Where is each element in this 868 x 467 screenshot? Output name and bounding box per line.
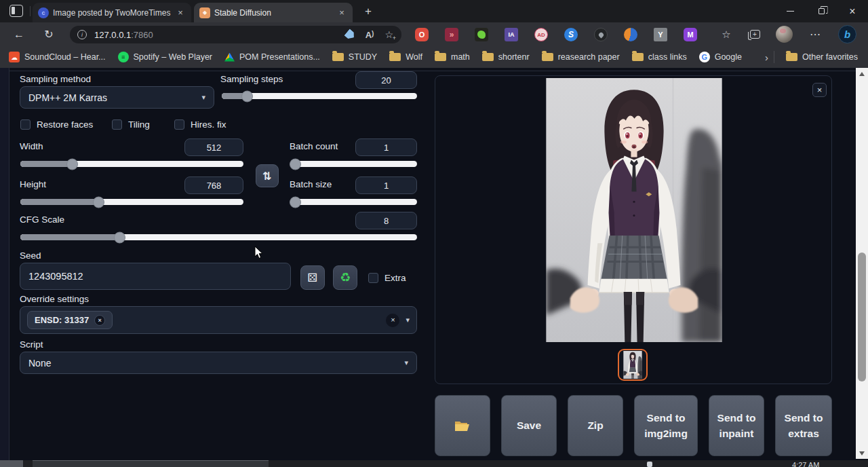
height-slider[interactable] <box>20 199 243 205</box>
script-dropdown[interactable]: None▾ <box>20 352 417 374</box>
slider-knob[interactable] <box>241 90 253 102</box>
slider-knob[interactable] <box>66 158 78 170</box>
batch-count-slider[interactable] <box>291 161 417 167</box>
ext-ia-icon[interactable]: IA <box>505 28 518 41</box>
bookmark-spotify[interactable]: ≡Spotify – Web Player <box>112 52 219 62</box>
save-button[interactable]: Save <box>501 395 557 456</box>
url-text[interactable]: 127.0.0.1:7860 <box>94 30 153 40</box>
collections-icon[interactable]: + <box>746 22 764 46</box>
ext-forward-icon[interactable]: » <box>445 28 458 41</box>
site-info-icon[interactable]: i <box>77 30 87 39</box>
tab-close-icon[interactable]: × <box>336 7 347 18</box>
tab-title: Image posted by TwoMoreTimes <box>53 8 171 18</box>
bookmark-folder-shortenr[interactable]: shortenr <box>476 52 536 62</box>
ext-shazam-icon[interactable]: S <box>564 28 578 41</box>
tab-stable-diffusion[interactable]: ◆ Stable Diffusion × <box>194 3 353 22</box>
tab-image-posted[interactable]: c Image posted by TwoMoreTimes × <box>33 3 191 22</box>
sampling-steps-input[interactable]: 20 <box>355 71 417 89</box>
bookmark-folder-study[interactable]: STUDY <box>326 52 383 62</box>
restore-faces-checkbox[interactable]: Restore faces <box>20 119 93 130</box>
random-seed-button[interactable]: ⚄ <box>300 265 325 290</box>
send-to-img2img-button[interactable]: Send to img2img <box>634 395 698 456</box>
ext-pin-icon[interactable] <box>594 28 608 41</box>
height-input[interactable]: 768 <box>184 176 243 194</box>
taskbar-search-sliver[interactable] <box>33 460 269 467</box>
address-bar[interactable]: i 127.0.0.1:7860 A) ☆+ <box>70 26 401 43</box>
tray-icon[interactable] <box>647 462 652 467</box>
cfg-scale-input[interactable]: 8 <box>355 212 417 229</box>
tab-close-icon[interactable]: × <box>175 7 186 18</box>
generated-image[interactable] <box>546 78 722 342</box>
sampling-steps-slider[interactable] <box>222 93 417 99</box>
chevron-down-icon[interactable]: ▾ <box>406 316 410 324</box>
zip-button[interactable]: Zip <box>568 395 623 456</box>
windows-taskbar-sliver[interactable]: 4:27 AM <box>0 460 868 467</box>
ext-y-icon[interactable]: Y <box>654 28 667 41</box>
start-button-sliver[interactable] <box>0 460 23 467</box>
chip-close-icon[interactable]: × <box>94 315 105 326</box>
folder-icon <box>332 53 344 61</box>
clear-all-icon[interactable]: × <box>386 314 399 327</box>
slider-knob[interactable] <box>290 196 301 208</box>
chevron-down-icon: ▾ <box>201 93 205 102</box>
send-to-extras-button[interactable]: Send to extras <box>775 395 832 456</box>
ext-globe-icon[interactable] <box>624 28 637 41</box>
scroll-down-arrow[interactable] <box>856 447 868 459</box>
cfg-scale-slider[interactable] <box>20 234 417 240</box>
tab-actions-menu-icon[interactable] <box>9 5 23 17</box>
slider-knob[interactable] <box>93 196 104 208</box>
back-icon[interactable]: ← <box>9 22 28 46</box>
spotify-icon: ≡ <box>118 52 129 62</box>
bookmark-google[interactable]: GGoogle <box>693 52 748 62</box>
tiling-checkbox[interactable]: Tiling <box>112 119 150 130</box>
swap-dimensions-button[interactable]: ⇅ <box>256 164 279 187</box>
profile-avatar[interactable] <box>776 26 793 43</box>
override-chip[interactable]: ENSD: 31337× <box>27 311 113 329</box>
width-input[interactable]: 512 <box>184 138 243 156</box>
sampling-method-dropdown[interactable]: DPM++ 2M Karras▾ <box>20 86 214 109</box>
slider-knob[interactable] <box>114 231 125 243</box>
ext-m-icon[interactable]: M <box>684 28 697 41</box>
bookmark-folder-research[interactable]: reasearch paper <box>536 52 626 62</box>
ext-ad-icon[interactable]: AD <box>534 28 548 41</box>
favorites-star-icon[interactable]: ☆ <box>717 22 735 46</box>
override-settings-box[interactable]: ENSD: 31337× × ▾ <box>20 306 417 334</box>
width-slider[interactable] <box>20 161 243 167</box>
batch-count-input[interactable]: 1 <box>355 138 417 156</box>
bookmark-folder-math[interactable]: math <box>429 52 476 62</box>
slider-knob[interactable] <box>290 158 301 170</box>
vertical-scrollbar[interactable] <box>856 68 868 459</box>
minimize-button[interactable] <box>774 0 806 22</box>
batch-size-input[interactable]: 1 <box>355 176 417 194</box>
bing-chat-icon[interactable]: b <box>838 25 856 43</box>
cfg-scale-label: CFG Scale <box>20 214 64 225</box>
other-favorites[interactable]: Other favorites <box>780 52 864 62</box>
send-to-inpaint-button[interactable]: Send to inpaint <box>709 395 764 456</box>
close-preview-button[interactable]: × <box>812 83 827 97</box>
bookmarks-overflow-icon[interactable]: › <box>765 52 768 63</box>
ext-o-icon[interactable]: O <box>415 28 429 41</box>
refresh-icon[interactable]: ↻ <box>39 22 58 46</box>
gallery-thumbnail-selected[interactable] <box>618 349 648 381</box>
bookmark-pom[interactable]: POM Presentations... <box>218 52 326 62</box>
new-tab-button[interactable]: + <box>359 4 377 19</box>
seed-input[interactable]: 1243095812 <box>20 263 291 290</box>
scrollbar-thumb[interactable] <box>858 253 866 381</box>
ext-monster-icon[interactable] <box>475 28 488 41</box>
restore-button[interactable] <box>806 0 837 22</box>
more-menu-icon[interactable]: ⋯ <box>806 22 825 46</box>
bookmark-folder-wolf[interactable]: Wolf <box>383 52 429 62</box>
open-folder-button[interactable] <box>435 395 490 456</box>
stable-diffusion-page: Sampling method DPM++ 2M Karras▾ Samplin… <box>0 68 868 467</box>
reuse-seed-button[interactable]: ♻ <box>333 265 357 290</box>
hires-fix-checkbox[interactable]: Hires. fix <box>174 119 226 130</box>
close-window-button[interactable]: × <box>837 0 868 22</box>
batch-size-slider[interactable] <box>291 199 417 205</box>
add-favorite-icon[interactable]: ☆+ <box>384 29 393 40</box>
shopping-tag-icon[interactable] <box>344 29 356 41</box>
extra-seed-checkbox[interactable]: Extra <box>368 273 406 283</box>
bookmark-folder-classlinks[interactable]: class links <box>626 52 693 62</box>
bookmark-soundcloud[interactable]: ☁SoundCloud – Hear... <box>3 52 112 62</box>
read-aloud-icon[interactable]: A) <box>366 30 374 40</box>
scroll-up-arrow[interactable] <box>856 68 868 79</box>
